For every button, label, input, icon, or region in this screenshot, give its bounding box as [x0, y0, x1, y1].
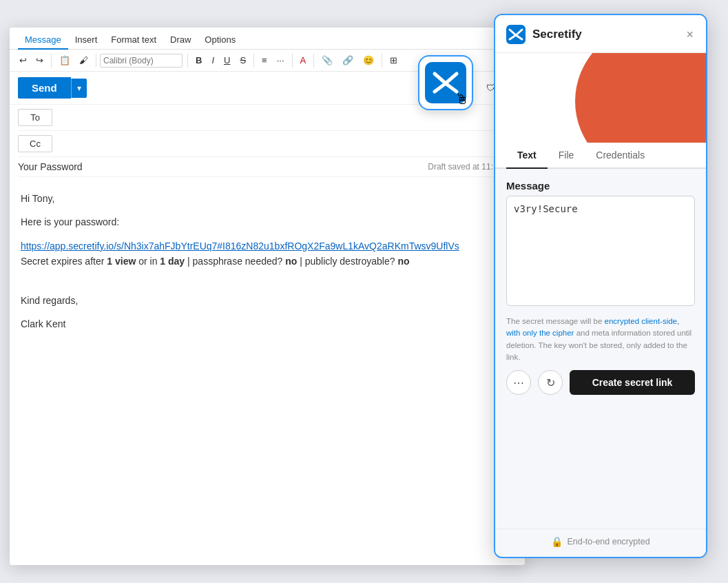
email-body: Hi Tony, Here is your password: https://…	[10, 177, 525, 354]
panel-actions: ⋯ ↻ Create secret link	[506, 370, 695, 400]
settings-icon: ⋯	[513, 376, 524, 389]
send-dropdown-button[interactable]: ▾	[71, 79, 87, 98]
passphrase-needed: no	[285, 256, 297, 267]
secretify-logo	[506, 25, 526, 44]
cc-label-button[interactable]: Cc	[18, 135, 52, 152]
cursor-icon: 🖱	[455, 92, 469, 108]
toolbar-separator-5	[292, 54, 293, 68]
cc-field-row: Cc	[18, 131, 517, 157]
email-signoff: Kind regards,	[21, 293, 514, 308]
cc-input[interactable]	[58, 139, 517, 149]
send-button[interactable]: Send	[18, 77, 71, 99]
email-secret-link[interactable]: https://app.secretify.io/s/Nh3ix7ahFJbYt…	[21, 238, 514, 254]
redo-button[interactable]: ↪	[32, 52, 48, 68]
expires-views: 1 view	[107, 256, 136, 267]
toolbar-separator-3	[187, 54, 188, 68]
expires-mid1: or in	[136, 256, 160, 267]
email-line1: Here is your password:	[21, 214, 514, 229]
expires-prefix: Secret expires after	[21, 256, 107, 267]
toolbar-separator-6	[313, 54, 314, 68]
expires-mid2: | passphrase needed?	[185, 256, 285, 267]
font-selector[interactable]	[100, 54, 183, 68]
menu-item-options[interactable]: Options	[198, 30, 242, 49]
panel-hero	[495, 53, 706, 143]
bold-button[interactable]: B	[191, 52, 206, 68]
panel-header: Secretify ×	[495, 15, 706, 53]
italic-button[interactable]: I	[207, 52, 218, 68]
format-painter-button[interactable]: 🖌	[75, 52, 92, 68]
secretify-floating-badge[interactable]: 🖱	[418, 55, 473, 110]
clipboard-button[interactable]: 📋	[55, 52, 74, 68]
undo-button[interactable]: ↩	[15, 52, 31, 68]
red-circle-decoration	[575, 53, 706, 143]
expires-days: 1 day	[160, 256, 185, 267]
message-section: Message	[506, 180, 695, 309]
badge-inner: 🖱	[425, 62, 466, 103]
line-spacing-button[interactable]: ≡	[258, 52, 271, 68]
to-label-button[interactable]: To	[18, 109, 52, 126]
to-input[interactable]	[58, 112, 501, 123]
more-text-button[interactable]: ···	[273, 52, 289, 68]
subject-row: Your Password Draft saved at 11:11 AM	[18, 157, 517, 177]
toolbar-separator-1	[51, 54, 52, 68]
refresh-icon: ↻	[546, 376, 555, 389]
lock-icon: 🔒	[551, 536, 563, 547]
link-button[interactable]: 🔗	[338, 52, 357, 68]
menu-bar: Message Insert Format text Draw Options	[10, 28, 525, 50]
refresh-icon-button[interactable]: ↻	[538, 370, 563, 395]
emoji-button[interactable]: 😊	[359, 52, 378, 68]
toolbar-undo-group: ↩ ↪	[15, 52, 48, 68]
panel-tabs: Text File Credentials	[495, 143, 706, 169]
menu-item-format-text[interactable]: Format text	[104, 30, 163, 49]
subject-text: Your Password	[18, 161, 428, 172]
tab-file[interactable]: File	[548, 143, 585, 169]
create-link-button[interactable]: Create secret link	[570, 370, 695, 395]
highlight-button[interactable]: A	[296, 52, 311, 68]
email-greeting: Hi Tony,	[21, 191, 514, 206]
menu-item-insert[interactable]: Insert	[68, 30, 105, 49]
toolbar-clipboard-group: 📋 🖌	[55, 52, 92, 68]
panel-footer: 🔒 End-to-end encrypted	[495, 529, 706, 557]
attach-button[interactable]: 📎	[318, 52, 337, 68]
toolbar-separator-7	[382, 54, 382, 68]
tab-credentials[interactable]: Credentials	[585, 143, 656, 169]
underline-button[interactable]: U	[220, 52, 234, 68]
info-highlight: encrypted client-side, with only the cip…	[506, 317, 679, 337]
panel-content: Message The secret message will be encry…	[495, 169, 706, 529]
toolbar-separator-2	[96, 54, 96, 68]
toolbar-separator-4	[253, 54, 254, 68]
secretify-panel: Secretify × Text File Credentials Messag…	[494, 14, 707, 558]
tab-text[interactable]: Text	[506, 143, 548, 169]
email-name: Clark Kent	[21, 316, 514, 331]
settings-icon-button[interactable]: ⋯	[506, 370, 531, 395]
footer-label: End-to-end encrypted	[567, 537, 649, 546]
message-textarea[interactable]	[506, 196, 695, 306]
menu-item-message[interactable]: Message	[18, 30, 68, 49]
publicly-destroyable: no	[397, 256, 409, 267]
menu-item-draw[interactable]: Draw	[163, 30, 198, 49]
panel-title: Secretify	[532, 28, 678, 41]
expires-mid3: | publicly destroyable?	[297, 256, 397, 267]
close-button[interactable]: ×	[685, 28, 695, 42]
secretify-logo-badge	[432, 71, 459, 94]
email-fields: To Bcc Cc Your Password Draft saved at 1…	[10, 105, 525, 177]
table-button[interactable]: ⊞	[386, 52, 402, 68]
strikethrough-button[interactable]: S	[236, 52, 250, 68]
email-expires-line: Secret expires after 1 view or in 1 day …	[21, 254, 514, 269]
info-text: The secret message will be encrypted cli…	[506, 316, 695, 363]
message-label: Message	[506, 180, 695, 192]
